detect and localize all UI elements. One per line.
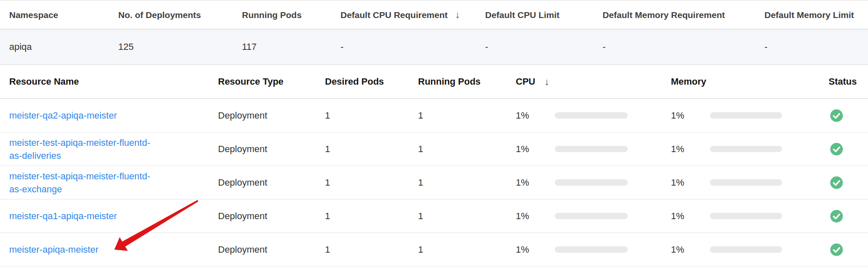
resource-link[interactable]: meister-apiqa-meister xyxy=(9,243,156,256)
default-cpu-limit-value: - xyxy=(485,41,603,52)
cpu-cell: 1% xyxy=(516,144,671,155)
memory-progress-bar xyxy=(710,146,782,152)
memory-cell: 1% xyxy=(671,211,829,222)
column-header-cpu[interactable]: CPU ↓ xyxy=(516,76,671,88)
column-header-memory-requirement[interactable]: Default Memory Requirement xyxy=(603,10,764,20)
memory-percentage: 1% xyxy=(671,244,710,255)
column-header-status[interactable]: Status xyxy=(829,76,868,87)
resource-type: Deployment xyxy=(218,211,325,222)
memory-cell: 1% xyxy=(671,177,829,188)
cpu-progress-bar xyxy=(555,179,628,186)
resource-link[interactable]: meister-test-apiqa-meister-fluentd-as-de… xyxy=(9,136,156,162)
desired-pods: 1 xyxy=(325,110,418,121)
resource-type: Deployment xyxy=(218,244,325,255)
cpu-percentage: 1% xyxy=(516,211,555,222)
default-memory-requirement-value: - xyxy=(603,41,764,52)
deployments-count: 125 xyxy=(118,41,242,52)
status-cell xyxy=(829,109,868,122)
memory-percentage: 1% xyxy=(671,177,710,188)
default-memory-limit-value: - xyxy=(764,41,868,52)
cpu-cell: 1% xyxy=(516,211,671,222)
running-pods: 1 xyxy=(418,144,516,155)
column-header-running-pods[interactable]: Running Pods xyxy=(418,76,516,87)
running-pods: 1 xyxy=(418,244,516,255)
namespace-name: apiqa xyxy=(9,41,118,52)
status-cell xyxy=(829,243,868,256)
column-header-resource-type[interactable]: Resource Type xyxy=(218,76,325,87)
table-row: meister-test-apiqa-meister-fluentd-as-de… xyxy=(0,132,868,166)
running-pods-count: 117 xyxy=(242,41,340,52)
running-pods: 1 xyxy=(418,110,516,121)
memory-cell: 1% xyxy=(671,244,829,255)
cpu-percentage: 1% xyxy=(516,177,555,188)
column-header-namespace[interactable]: Namespace xyxy=(9,10,118,20)
cpu-percentage: 1% xyxy=(516,244,555,255)
memory-cell: 1% xyxy=(671,110,829,121)
desired-pods: 1 xyxy=(325,244,418,255)
resource-link[interactable]: meister-test-apiqa-meister-fluentd-as-ex… xyxy=(9,170,156,196)
resource-table-header: Resource Name Resource Type Desired Pods… xyxy=(0,65,868,99)
running-pods: 1 xyxy=(418,211,516,222)
cpu-progress-bar xyxy=(555,146,628,152)
default-cpu-requirement-value: - xyxy=(340,41,485,52)
status-cell xyxy=(829,176,868,189)
column-header-cpu-requirement[interactable]: Default CPU Requirement ↓ xyxy=(340,9,485,21)
resource-type: Deployment xyxy=(218,177,325,188)
running-pods: 1 xyxy=(418,177,516,188)
table-row: meister-test-apiqa-meister-fluentd-as-ex… xyxy=(0,166,868,199)
column-header-memory[interactable]: Memory xyxy=(671,76,829,87)
memory-percentage: 1% xyxy=(671,144,710,155)
memory-percentage: 1% xyxy=(671,110,710,121)
column-header-running-pods[interactable]: Running Pods xyxy=(242,10,340,20)
memory-progress-bar xyxy=(710,246,782,253)
table-row: meister-qa1-apiqa-meister Deployment 1 1… xyxy=(0,199,868,233)
namespace-row[interactable]: apiqa 125 117 - - - - xyxy=(0,29,868,65)
status-cell xyxy=(829,143,868,155)
resource-type: Deployment xyxy=(218,144,325,155)
column-header-resource-name[interactable]: Resource Name xyxy=(9,76,218,87)
cpu-progress-bar xyxy=(555,112,628,119)
desired-pods: 1 xyxy=(325,211,418,222)
cpu-cell: 1% xyxy=(516,177,671,188)
table-row: meister-qa2-apiqa-meister Deployment 1 1… xyxy=(0,99,868,132)
resource-link[interactable]: meister-qa1-apiqa-meister xyxy=(9,210,156,222)
status-healthy-icon xyxy=(830,243,843,256)
column-header-deployments[interactable]: No. of Deployments xyxy=(118,10,242,20)
cpu-progress-bar xyxy=(555,213,628,219)
desired-pods: 1 xyxy=(325,144,418,155)
memory-percentage: 1% xyxy=(671,211,710,222)
cpu-cell: 1% xyxy=(516,110,671,121)
sort-descending-icon: ↓ xyxy=(544,76,549,88)
cpu-percentage: 1% xyxy=(516,110,555,121)
cpu-progress-bar xyxy=(555,246,628,253)
status-healthy-icon xyxy=(830,109,843,122)
memory-progress-bar xyxy=(710,213,782,219)
status-healthy-icon xyxy=(830,176,843,189)
resource-type: Deployment xyxy=(218,110,325,121)
resource-link[interactable]: meister-qa2-apiqa-meister xyxy=(9,109,156,122)
status-healthy-icon xyxy=(830,143,843,155)
memory-cell: 1% xyxy=(671,144,829,155)
column-header-desired-pods[interactable]: Desired Pods xyxy=(325,76,418,87)
memory-progress-bar xyxy=(710,112,782,119)
column-header-cpu-limit[interactable]: Default CPU Limit xyxy=(485,10,603,20)
status-healthy-icon xyxy=(830,210,843,222)
sort-descending-icon: ↓ xyxy=(455,9,460,21)
status-cell xyxy=(829,210,868,222)
memory-progress-bar xyxy=(710,179,782,186)
cpu-percentage: 1% xyxy=(516,144,555,155)
namespace-table-header: Namespace No. of Deployments Running Pod… xyxy=(0,1,868,29)
cpu-cell: 1% xyxy=(516,244,671,255)
desired-pods: 1 xyxy=(325,177,418,188)
table-row: meister-apiqa-meister Deployment 1 1 1% … xyxy=(0,233,868,266)
column-header-memory-limit[interactable]: Default Memory Limit xyxy=(764,10,868,20)
